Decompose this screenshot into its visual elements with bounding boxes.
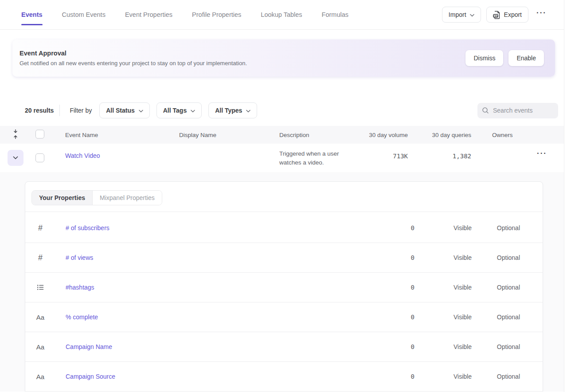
- table-row-watch-video: Watch Video Triggered when a user watche…: [0, 144, 567, 172]
- tab-mixpanel-properties[interactable]: Mixpanel Properties: [92, 191, 162, 205]
- properties-tabs: Your Properties Mixpanel Properties: [31, 190, 162, 205]
- column-description: Description: [279, 132, 309, 138]
- search-icon: [482, 107, 489, 114]
- tags-filter-label: All Tags: [163, 107, 187, 114]
- chevron-down-icon: [470, 11, 474, 18]
- tags-filter-dropdown[interactable]: All Tags: [156, 102, 202, 118]
- select-all-checkbox[interactable]: [35, 130, 44, 139]
- chevron-down-icon: [246, 107, 250, 114]
- property-row: Aa Campaign Source 0 Visible Optional: [25, 362, 543, 392]
- tab-your-properties[interactable]: Your Properties: [32, 191, 92, 205]
- event-approval-banner: Event Approval Get notified on all new e…: [12, 39, 555, 77]
- chevron-down-icon: [139, 107, 143, 114]
- enable-button[interactable]: Enable: [508, 50, 544, 66]
- divider: [25, 212, 543, 212]
- property-row: Aa Campaign Name 0 Visible Optional: [25, 332, 543, 362]
- filter-bar: 20 results Filter by All Status All Tags…: [0, 102, 567, 118]
- list-icon: [35, 283, 46, 291]
- property-name-link[interactable]: # of views: [66, 254, 93, 261]
- property-requirement: Optional: [431, 373, 520, 380]
- property-row: # # of subscribers 0 Visible Optional: [25, 213, 543, 243]
- tab-lookup-tables[interactable]: Lookup Tables: [261, 0, 302, 29]
- events-table-header: Event Name Display Name Description 30 d…: [0, 126, 567, 144]
- export-button[interactable]: CSV Export: [486, 7, 528, 23]
- tab-custom-events[interactable]: Custom Events: [62, 0, 106, 29]
- event-30-day-volume: 713K: [341, 153, 408, 160]
- number-icon: #: [35, 253, 46, 263]
- property-name-link[interactable]: Campaign Source: [66, 373, 115, 380]
- column-30-day-volume: 30 day volume: [341, 132, 408, 138]
- tab-profile-properties[interactable]: Profile Properties: [192, 0, 241, 29]
- property-row: # # of views 0 Visible Optional: [25, 243, 543, 273]
- column-event-name: Event Name: [65, 132, 98, 138]
- nav-tabs: Events Custom Events Event Properties Pr…: [21, 0, 348, 29]
- property-name-link[interactable]: # of subscribers: [66, 224, 109, 231]
- number-icon: #: [35, 223, 46, 233]
- nav-actions: Import CSV Export ···: [442, 7, 549, 23]
- banner-actions: Dismiss Enable: [465, 50, 544, 66]
- tab-formulas[interactable]: Formulas: [322, 0, 348, 29]
- svg-text:CSV: CSV: [493, 14, 498, 17]
- search-box[interactable]: [477, 103, 558, 118]
- scrollbar-gutter[interactable]: [564, 0, 567, 392]
- column-owners: Owners: [492, 132, 513, 138]
- property-name-link[interactable]: Campaign Name: [66, 343, 112, 350]
- dismiss-button[interactable]: Dismiss: [465, 50, 503, 66]
- text-icon: Aa: [35, 343, 46, 351]
- search-input[interactable]: [493, 107, 554, 114]
- properties-card: Your Properties Mixpanel Properties # # …: [25, 181, 543, 392]
- csv-file-icon: CSV: [493, 11, 501, 19]
- status-filter-label: All Status: [106, 107, 135, 114]
- divider: [59, 105, 60, 116]
- property-name-link[interactable]: % complete: [66, 314, 98, 321]
- event-name-link[interactable]: Watch Video: [65, 152, 100, 159]
- top-navigation: Events Custom Events Event Properties Pr…: [0, 0, 567, 30]
- results-count: 20 results: [25, 107, 54, 114]
- property-requirement: Optional: [431, 254, 520, 261]
- property-row: Aa % complete 0 Visible Optional: [25, 302, 543, 332]
- property-row: #hashtags 0 Visible Optional: [25, 273, 543, 302]
- filter-by-label: Filter by: [70, 107, 92, 114]
- import-button-label: Import: [449, 11, 466, 18]
- row-more-menu-icon[interactable]: ···: [534, 149, 550, 161]
- select-row-checkbox[interactable]: [35, 153, 44, 162]
- status-filter-dropdown[interactable]: All Status: [99, 102, 150, 118]
- property-requirement: Optional: [431, 284, 520, 291]
- more-menu-icon[interactable]: ···: [534, 8, 549, 21]
- column-display-name: Display Name: [179, 132, 216, 138]
- property-name-link[interactable]: #hashtags: [66, 284, 94, 291]
- property-requirement: Optional: [431, 343, 520, 350]
- export-button-label: Export: [504, 11, 522, 18]
- column-30-day-queries: 30 day queries: [405, 132, 471, 138]
- text-icon: Aa: [35, 314, 46, 321]
- types-filter-dropdown[interactable]: All Types: [208, 102, 257, 118]
- banner-description: Get notified on all new events entering …: [20, 60, 247, 67]
- collapse-row-button[interactable]: [8, 150, 23, 166]
- text-icon: Aa: [35, 373, 46, 380]
- expanded-event-region: Your Properties Mixpanel Properties # # …: [0, 172, 567, 392]
- chevron-down-icon: [13, 156, 18, 160]
- property-requirement: Optional: [431, 314, 520, 321]
- property-requirement: Optional: [431, 224, 520, 231]
- import-button[interactable]: Import: [442, 7, 481, 23]
- collapse-rows-icon[interactable]: [12, 129, 19, 141]
- tab-event-properties[interactable]: Event Properties: [125, 0, 172, 29]
- chevron-down-icon: [191, 107, 195, 114]
- tab-events[interactable]: Events: [21, 0, 43, 29]
- event-30-day-queries: 1,382: [405, 153, 471, 160]
- banner-text: Event Approval Get notified on all new e…: [20, 50, 247, 67]
- banner-title: Event Approval: [20, 50, 247, 57]
- types-filter-label: All Types: [215, 107, 242, 114]
